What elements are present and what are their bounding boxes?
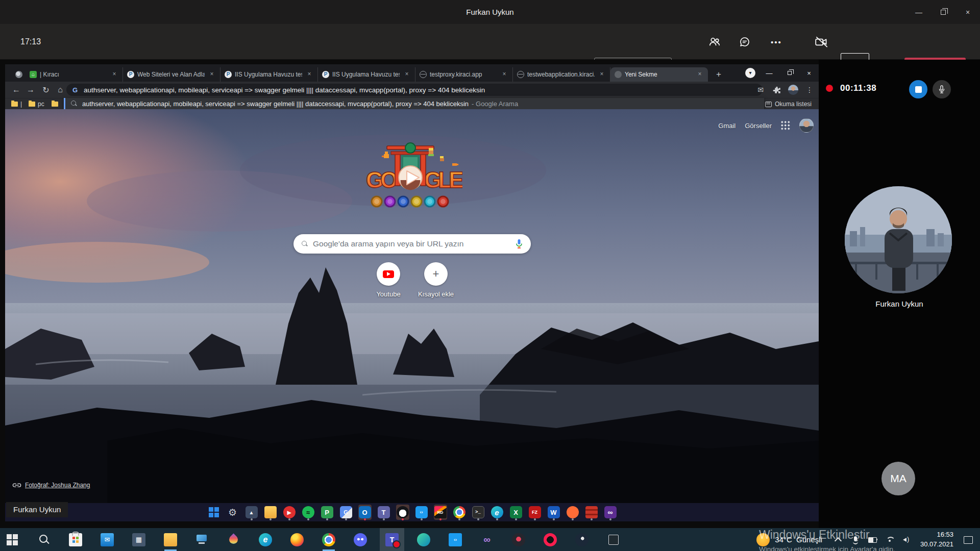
reading-list-button[interactable]: Okuma listesi — [765, 98, 812, 110]
extensions-puzzle-icon[interactable] — [772, 85, 782, 94]
google-apps-grid-icon[interactable] — [781, 121, 790, 130]
presenter-taskbar-app-visual-studio[interactable]: ∞ — [604, 505, 617, 520]
tab-close-icon[interactable]: × — [500, 70, 508, 79]
bookmark-folder-2[interactable]: pc — [29, 98, 44, 110]
camera-toggle-button[interactable] — [811, 24, 833, 60]
stop-recording-button[interactable] — [909, 80, 927, 98]
presenter-taskbar-app-planner[interactable]: P — [321, 505, 334, 520]
home-button[interactable]: ⌂ — [53, 82, 67, 98]
presenter-taskbar-app-settings[interactable]: ⚙ — [226, 505, 239, 520]
presenter-taskbar-app-youtube-music[interactable]: ▶ — [283, 505, 296, 520]
tab-close-icon[interactable]: × — [208, 70, 216, 79]
taskbar-app-steam[interactable] — [570, 528, 594, 551]
presenter-taskbar-app-teams[interactable]: T — [377, 505, 390, 520]
chrome-menu-icon[interactable]: ⋮ — [804, 86, 815, 94]
taskbar-app-search[interactable] — [32, 528, 56, 551]
voice-search-icon[interactable] — [516, 239, 523, 249]
tray-mic-icon[interactable] — [851, 535, 860, 544]
presenter-taskbar-app-redis[interactable] — [585, 505, 598, 520]
participant-initials-avatar[interactable]: MA — [881, 462, 915, 495]
chrome-minimize-button[interactable]: — — [759, 64, 779, 82]
taskbar-app-visual-studio[interactable]: ∞ — [475, 528, 499, 551]
browser-tab-tab-plesk-domains[interactable]: P Web Siteleri ve Alan Adları - Do × — [123, 67, 220, 82]
chrome-restore-button[interactable] — [779, 64, 800, 82]
chrome-profile-avatar[interactable] — [788, 85, 798, 95]
reload-button[interactable]: ↻ — [39, 82, 53, 98]
taskbar-app-firefox[interactable] — [285, 528, 309, 551]
new-tab-button[interactable]: + — [713, 68, 725, 81]
weather-sun-icon[interactable] — [756, 533, 770, 546]
taskbar-app-remote-desktop[interactable] — [190, 528, 214, 551]
taskbar-app-discord[interactable] — [348, 528, 373, 551]
presenter-taskbar-app-excel[interactable]: X — [509, 505, 523, 520]
presenter-taskbar-app-edge[interactable]: e — [491, 505, 504, 520]
tab-close-icon[interactable]: × — [305, 70, 313, 79]
presenter-taskbar-app-file-explorer[interactable] — [264, 505, 277, 520]
sidebar-mic-button[interactable] — [933, 80, 951, 98]
action-center-icon[interactable] — [964, 535, 973, 544]
back-button[interactable]: ← — [9, 82, 23, 98]
presenter-taskbar-app-panda-app[interactable] — [396, 505, 409, 520]
search-input[interactable] — [313, 239, 511, 248]
close-button[interactable]: × — [955, 0, 980, 24]
google-search-box[interactable] — [293, 234, 531, 254]
gmail-link[interactable]: Gmail — [718, 122, 736, 130]
bookmark-folder-1[interactable]: | — [11, 98, 22, 110]
images-link[interactable]: Görseller — [745, 122, 772, 130]
presenter-taskbar-app-outlook[interactable]: O — [358, 505, 372, 520]
tab-search-button[interactable]: ▾ — [745, 68, 755, 78]
browser-tab-tab-iis-testproxy[interactable]: P IIS Uygulama Havuzu testproxy × — [220, 67, 318, 82]
presenter-taskbar-app-rider[interactable]: RD — [434, 505, 447, 520]
chat-button[interactable] — [733, 24, 756, 60]
browser-tab-tab-yeni-sekme[interactable]: Yeni Sekme × — [610, 67, 708, 82]
tab-close-icon[interactable]: × — [110, 70, 118, 79]
address-bar[interactable]: G authserver, webapplicationapi, mobilea… — [66, 84, 763, 96]
presenter-taskbar-app-photos[interactable]: ▲ — [245, 505, 258, 520]
photo-credit[interactable]: Fotoğraf: Joshua Zhang — [12, 482, 90, 489]
forward-button[interactable]: → — [23, 82, 38, 98]
tray-overflow-chevron-icon[interactable] — [834, 535, 843, 544]
participants-button[interactable] — [703, 24, 726, 60]
tab-close-icon[interactable]: × — [598, 70, 606, 79]
tab-close-icon[interactable]: × — [403, 70, 411, 79]
weather-text[interactable]: 34°C Güneşli — [775, 535, 822, 544]
presenter-taskbar-app-postman[interactable] — [566, 505, 579, 520]
taskbar-app-calculator[interactable]: ▦ — [127, 528, 151, 551]
pinned-tab[interactable] — [11, 67, 27, 82]
taskbar-app-store[interactable] — [63, 528, 88, 551]
taskbar-app-opera[interactable] — [538, 528, 562, 551]
taskbar-app-paint-3d[interactable] — [222, 528, 246, 551]
taskbar-app-chrome[interactable] — [316, 528, 341, 551]
mail-extension-icon[interactable]: ✉ — [755, 86, 766, 94]
restore-button[interactable] — [931, 0, 955, 24]
taskbar-app-app-window[interactable] — [601, 528, 626, 551]
presenter-taskbar-app-start[interactable] — [207, 505, 220, 520]
more-options-button[interactable]: ••• — [765, 24, 788, 60]
presenter-taskbar-app-powershell[interactable]: >_ — [472, 505, 485, 520]
taskbar-app-teal-app[interactable] — [411, 528, 436, 551]
taskbar-app-mail[interactable]: ✉ — [95, 528, 119, 551]
google-account-avatar[interactable] — [799, 118, 814, 133]
presenter-taskbar-app-vscode[interactable]: ‹› — [415, 505, 428, 520]
minimize-button[interactable]: — — [906, 0, 931, 24]
tab-close-icon[interactable]: × — [696, 70, 704, 79]
browser-tab-tab-kiraci[interactable]: ⌂ | Kıracı × — [26, 67, 123, 82]
taskbar-app-aimp[interactable] — [506, 528, 531, 551]
participant-video-avatar[interactable] — [845, 186, 952, 293]
chrome-close-button[interactable]: × — [799, 64, 819, 82]
taskbar-app-start[interactable] — [0, 528, 24, 551]
wifi-icon[interactable] — [886, 535, 895, 544]
taskbar-clock[interactable]: 16:53 30.07.2021 — [920, 530, 953, 549]
shortcut-youtube[interactable]: Youtube — [364, 262, 413, 298]
taskbar-app-file-explorer[interactable] — [158, 528, 183, 551]
battery-icon[interactable] — [868, 535, 877, 544]
taskbar-app-edge[interactable]: e — [253, 528, 278, 551]
browser-tab-tab-testproxy[interactable]: testproxy.kiraci.app × — [415, 67, 513, 82]
taskbar-app-teams[interactable]: T — [380, 528, 404, 551]
shortcut-add[interactable]: + Kısayol ekle — [411, 262, 460, 298]
browser-tab-tab-iis-testweb[interactable]: P IIS Uygulama Havuzu testweba × — [318, 67, 415, 82]
bookmark-folder-3[interactable] — [52, 98, 58, 110]
volume-icon[interactable] — [903, 535, 912, 544]
browser-tab-tab-testwebapp[interactable]: testwebapplication.kiraci.app × — [513, 67, 610, 82]
presenter-taskbar-app-translate[interactable]: G — [339, 505, 353, 520]
